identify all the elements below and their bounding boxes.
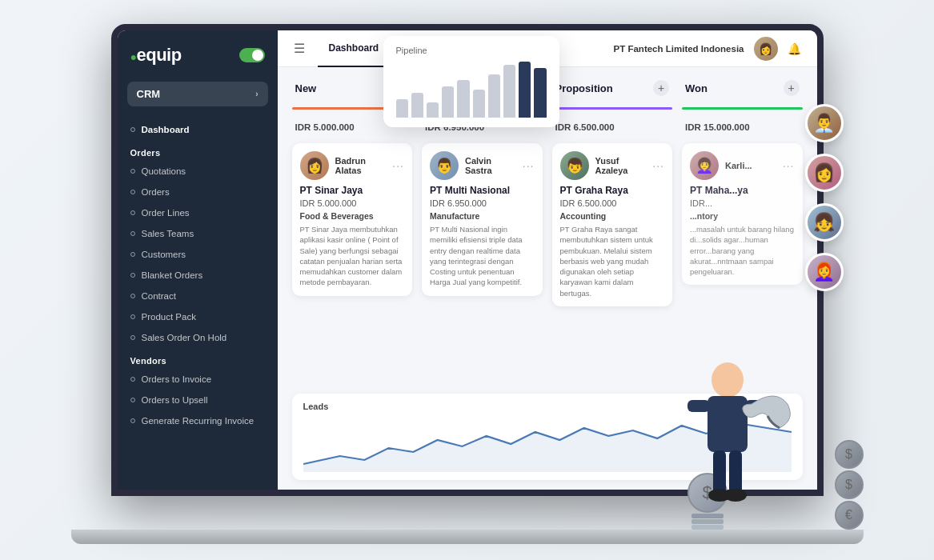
sidebar-item-label: Orders <box>142 187 170 197</box>
col-add-proposition[interactable]: + <box>653 80 669 96</box>
col-title-new: New <box>295 82 317 94</box>
card-menu-icon[interactable]: ··· <box>523 159 535 172</box>
sidebar-item-label: Product Pack <box>142 312 196 322</box>
col-divider-proposition <box>552 107 673 110</box>
card-industry-qualified: Manufacture <box>430 211 535 221</box>
bell-icon[interactable]: 🔔 <box>788 42 801 55</box>
nav-dot-icon <box>130 335 135 340</box>
sidebar-item-label: Contract <box>142 291 176 301</box>
float-avatar-1: 👨‍💼 <box>805 104 844 142</box>
card-menu-icon[interactable]: ··· <box>392 159 404 172</box>
card-industry-new: Food & Beverages <box>300 211 405 221</box>
coin-1: $ <box>835 440 864 469</box>
nav-dot-icon <box>130 418 135 423</box>
card-company-new: PT Sinar Jaya <box>300 185 405 196</box>
sidebar-nav: Dashboard Orders Quotations Orders Order… <box>118 113 278 490</box>
col-divider-won <box>682 107 803 110</box>
col-amount-proposition: IDR 6.500.000 <box>552 122 673 132</box>
card-industry-won: ...ntory <box>690 211 795 221</box>
tab-label: Dashboard <box>329 42 379 54</box>
card-desc-proposition: PT Graha Raya sangat membutuhkan sistem … <box>560 224 665 298</box>
card-name-qualified: Calvin Sastra <box>465 156 516 175</box>
pipeline-bar <box>457 80 469 118</box>
sidebar-item-sales-order-hold[interactable]: Sales Order On Hold <box>118 327 278 348</box>
sidebar-item-blanket-orders[interactable]: Blanket Orders <box>118 265 278 286</box>
col-title-won: Won <box>685 82 708 94</box>
card-amount-qualified: IDR 6.950.000 <box>430 198 535 208</box>
kanban-card-won[interactable]: 👩‍🦱 Karli... ··· PT Maha...ya IDR... ...… <box>682 143 803 285</box>
svg-rect-2 <box>687 400 710 412</box>
col-title-proposition: Proposition <box>555 82 613 94</box>
tab-dashboard[interactable]: Dashboard <box>318 30 391 67</box>
pipeline-bar <box>488 74 500 118</box>
kanban-col-proposition: Proposition + IDR 6.500.000 👦 Yusuf Azal… <box>547 80 678 381</box>
card-amount-proposition: IDR 6.500.000 <box>560 198 665 208</box>
card-amount-new: IDR 5.000.000 <box>300 198 405 208</box>
kanban-card-qualified[interactable]: 👨 Calvin Sastra ··· PT Multi Nasional ID… <box>422 143 543 296</box>
card-company-proposition: PT Graha Raya <box>560 185 665 196</box>
sidebar: ●equip CRM › Dashboard Orders <box>118 30 278 490</box>
sidebar-item-customers[interactable]: Customers <box>118 244 278 265</box>
card-desc-new: PT Sinar Jaya membutuhkan aplikasi kasir… <box>300 224 405 288</box>
col-add-won[interactable]: + <box>784 80 800 96</box>
sidebar-item-product-pack[interactable]: Product Pack <box>118 306 278 327</box>
nav-dot-icon <box>130 231 135 236</box>
card-avatar-won: 👩‍🦱 <box>690 151 719 180</box>
floating-avatars: 👨‍💼 👩 👧 👩‍🦰 <box>805 104 844 291</box>
sidebar-item-dashboard[interactable]: Dashboard <box>118 119 278 140</box>
hamburger-icon[interactable]: ☰ <box>294 41 305 56</box>
coins-decoration: $ $ € <box>835 440 864 530</box>
float-avatar-4: 👩‍🦰 <box>805 253 844 291</box>
coin-2: $ <box>835 470 864 499</box>
card-menu-icon[interactable]: ··· <box>652 159 664 172</box>
sidebar-item-label: Sales Order On Hold <box>142 333 227 342</box>
card-header-new: 👩 Badrun Alatas ··· <box>300 151 405 180</box>
nav-dot-icon <box>130 273 135 278</box>
card-menu-icon[interactable]: ··· <box>783 159 795 172</box>
laptop-wrapper: Pipeline ●equip CRM › <box>47 8 888 552</box>
sidebar-item-orders-to-invoice[interactable]: Orders to Invoice <box>118 369 278 390</box>
card-desc-won: ...masalah untuk barang hilang di...soli… <box>690 224 795 277</box>
theme-toggle[interactable] <box>239 48 265 62</box>
sidebar-item-order-lines[interactable]: Order Lines <box>118 202 278 223</box>
nav-dot-icon <box>130 127 135 132</box>
float-avatar-2: 👩 <box>805 154 844 192</box>
card-name-won: Karli... <box>725 161 752 170</box>
card-company-qualified: PT Multi Nasional <box>430 185 535 196</box>
pipeline-bar <box>427 102 439 118</box>
pipeline-bar <box>519 62 531 118</box>
nav-dot-icon <box>130 294 135 298</box>
card-avatar-qualified: 👨 <box>430 151 459 180</box>
nav-dot-icon <box>130 169 135 174</box>
nav-dot-icon <box>130 314 135 319</box>
magnet-person <box>663 340 792 532</box>
card-name-new: Badrun Alatas <box>335 156 387 175</box>
card-company-won: PT Maha...ya <box>690 185 795 196</box>
card-industry-proposition: Accounting <box>560 211 665 221</box>
sidebar-item-orders[interactable]: Orders <box>118 182 278 202</box>
user-avatar[interactable]: 👩 <box>754 37 778 61</box>
sidebar-item-generate-recurring[interactable]: Generate Recurring Invoice <box>118 410 278 431</box>
pipeline-panel: Pipeline <box>383 36 559 127</box>
pipeline-title: Pipeline <box>396 46 547 55</box>
topbar-right: PT Fantech Limited Indonesia 👩 🔔 <box>614 37 801 61</box>
crm-selector[interactable]: CRM › <box>127 82 268 106</box>
pipeline-bar <box>534 68 546 118</box>
kanban-card-new[interactable]: 👩 Badrun Alatas ··· PT Sinar Jaya IDR 5.… <box>292 143 413 296</box>
sidebar-item-quotations[interactable]: Quotations <box>118 161 278 182</box>
kanban-card-proposition[interactable]: 👦 Yusuf Azaleya ··· PT Graha Raya IDR 6.… <box>552 143 673 306</box>
pipeline-bar <box>503 65 515 118</box>
coin-3: € <box>835 501 864 530</box>
sidebar-item-label: Orders to Upsell <box>142 395 208 405</box>
card-name-proposition: Yusuf Azaleya <box>595 156 647 175</box>
sidebar-item-orders-to-upsell[interactable]: Orders to Upsell <box>118 390 278 410</box>
col-header-proposition: Proposition + <box>552 80 673 101</box>
sidebar-item-contract[interactable]: Contract <box>118 286 278 306</box>
sidebar-item-label: Dashboard <box>142 125 190 134</box>
sidebar-item-sales-teams[interactable]: Sales Teams <box>118 223 278 244</box>
sidebar-item-label: Blanket Orders <box>142 270 203 280</box>
crm-arrow-icon: › <box>255 90 258 98</box>
pipeline-bar <box>396 99 408 118</box>
sidebar-item-label: Generate Recurring Invoice <box>142 416 255 426</box>
sidebar-item-label: Quotations <box>142 166 186 176</box>
